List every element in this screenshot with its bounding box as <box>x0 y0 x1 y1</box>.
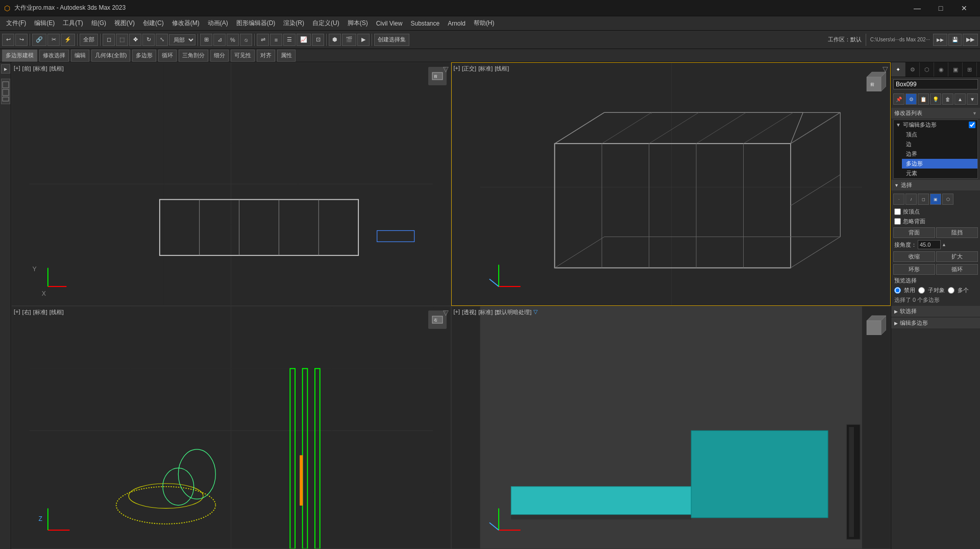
shrink-button[interactable]: 收缩 <box>893 251 935 262</box>
move-button[interactable]: ✥ <box>129 34 141 46</box>
tri-divide-button[interactable]: 三角剖分 <box>179 50 208 62</box>
modifier-editable-poly-row[interactable]: ▼ 可编辑多边形 <box>894 120 977 130</box>
grow-button[interactable]: 扩大 <box>936 251 978 262</box>
edit-button[interactable]: 编辑 <box>71 50 89 62</box>
select-button[interactable]: ◻ <box>103 34 115 46</box>
mirror-button[interactable]: ⇌ <box>257 34 269 46</box>
modify-pin-icon[interactable]: 📌 <box>893 93 904 105</box>
vp-persp-plus[interactable]: [+] <box>454 65 460 73</box>
sub-vertex[interactable]: 顶点 <box>902 130 977 139</box>
snap-button[interactable]: ⊞ <box>200 34 212 46</box>
menu-view[interactable]: 视图(V) <box>110 17 139 30</box>
vp-front-std[interactable]: [标准] <box>33 65 47 73</box>
menu-file[interactable]: 文件(F) <box>2 17 30 30</box>
vp-persp-filter[interactable]: ▽ <box>883 65 888 73</box>
select-section-header[interactable]: ▼ 选择 <box>891 180 980 190</box>
select-region-button[interactable]: ⬚ <box>116 34 128 46</box>
viewport-camera[interactable]: [+] [透视] [标准] [默认明暗处理] ▽ <box>451 306 891 550</box>
modify-bulb-icon[interactable]: 💡 <box>930 93 941 105</box>
menu-modifier[interactable]: 修改器(M) <box>168 17 204 30</box>
modifier-list-header[interactable]: 修改器列表 ▼ <box>891 108 980 118</box>
menu-help[interactable]: 帮助(H) <box>470 17 499 30</box>
poly-modeling-button[interactable]: 多边形建模 <box>2 50 37 62</box>
sub-border[interactable]: 边界 <box>902 149 977 159</box>
unlink-button[interactable]: ✂ <box>47 34 60 46</box>
menu-group[interactable]: 组(G) <box>87 17 110 30</box>
modifier-list-dropdown-arrow[interactable]: ▼ <box>972 111 977 116</box>
rp-tab-display[interactable]: ▣ <box>948 62 963 77</box>
menu-tools[interactable]: 工具(T) <box>59 17 87 30</box>
sub-edge[interactable]: 边 <box>902 139 977 149</box>
select-all-button[interactable]: 全部 <box>80 34 98 46</box>
sub-element[interactable]: 元素 <box>902 169 977 178</box>
angle-input[interactable] <box>918 240 941 249</box>
visibility-button[interactable]: 可见性 <box>231 50 255 62</box>
rp-tab-utilities[interactable]: ⊞ <box>963 62 977 77</box>
menu-customize[interactable]: 自定义(U) <box>308 17 344 30</box>
render-button[interactable]: ▶ <box>357 34 370 46</box>
sel-vertex-icon[interactable]: · <box>893 194 904 205</box>
menu-arnold[interactable]: Arnold <box>444 18 470 29</box>
soft-select-header[interactable]: ▶ 软选择 <box>891 306 980 317</box>
vp-right-std[interactable]: [标准] <box>33 308 47 316</box>
link-button[interactable]: 🔗 <box>32 34 46 46</box>
vp-cam-navcube[interactable] <box>862 311 886 335</box>
bind-button[interactable]: ⚡ <box>61 34 75 46</box>
scale-button[interactable]: ⤡ <box>156 34 168 46</box>
toolbar-expand-button[interactable]: ▶▶ <box>963 34 978 46</box>
sel-element-icon[interactable]: ⬡ <box>942 194 953 205</box>
angle-snap-button[interactable]: ⊿ <box>213 34 226 46</box>
grid-btn[interactable] <box>1 79 10 104</box>
vp-cam-shade[interactable]: [默认明暗处理] <box>495 308 531 316</box>
vp-right-filter[interactable]: ▽ <box>443 308 449 317</box>
loop-button[interactable]: 循环 <box>158 50 177 62</box>
align-tb-button[interactable]: 对齐 <box>257 50 275 62</box>
vp-cam-filter-icon[interactable]: ▽ <box>533 308 537 316</box>
viewport-perspective[interactable]: [+] [正交] [标准] [线框] ▽ <box>451 62 891 306</box>
ignore-backface-check[interactable] <box>894 218 901 225</box>
preview-multi-radio[interactable] <box>948 287 954 294</box>
vp-cam-view[interactable]: [透视] <box>462 308 476 316</box>
sel-poly-icon[interactable]: ▣ <box>930 194 941 205</box>
viewport-right[interactable]: [+] [右] [标准] [线框] ▽ <box>11 306 451 550</box>
reference-dropdown[interactable]: 局部 世界 <box>169 34 195 45</box>
angle-up-arrow[interactable]: ▲ <box>942 242 946 247</box>
schematic-button[interactable]: ⊡ <box>312 34 324 46</box>
ring-button[interactable]: 环形 <box>893 264 935 275</box>
menu-graph-editor[interactable]: 图形编辑器(D) <box>232 17 280 30</box>
material-editor-button[interactable]: ⬢ <box>329 34 341 46</box>
preview-subobj-radio[interactable] <box>918 287 925 294</box>
loop-button[interactable]: 循环 <box>936 264 978 275</box>
sub-polygon[interactable]: 多边形 <box>902 159 977 169</box>
undo-button[interactable]: ↩ <box>2 34 14 46</box>
modify-active-icon[interactable]: ⚙ <box>905 93 917 105</box>
vp-persp-std[interactable]: [标准] <box>478 65 493 73</box>
maximize-button[interactable]: □ <box>929 0 952 16</box>
vp-right-view[interactable]: [右] <box>22 308 31 316</box>
modifier-expand-arrow[interactable]: ▼ <box>896 122 901 128</box>
close-button[interactable]: ✕ <box>952 0 976 16</box>
modify-move-down-icon[interactable]: ▼ <box>967 93 978 105</box>
menu-edit[interactable]: 编辑(E) <box>30 17 59 30</box>
modify-move-up-icon[interactable]: ▲ <box>954 93 966 105</box>
rotate-button[interactable]: ↻ <box>142 34 155 46</box>
menu-create[interactable]: 创建(C) <box>139 17 168 30</box>
path-expand-button[interactable]: ▶▶ <box>933 34 947 46</box>
occluded-button[interactable]: 阻挡 <box>936 227 978 238</box>
vp-front-wire[interactable]: [线框] <box>50 65 64 73</box>
modifier-visibility-check[interactable] <box>969 122 975 128</box>
menu-script[interactable]: 脚本(S) <box>344 17 372 30</box>
vp-right-wire[interactable]: [线框] <box>50 308 64 316</box>
vp-front-view[interactable]: [前] <box>22 65 31 73</box>
sel-border-icon[interactable]: ◻ <box>918 194 929 205</box>
polygon-button[interactable]: 多边形 <box>132 50 156 62</box>
save-quick-button[interactable]: 💾 <box>948 34 962 46</box>
render-setup-button[interactable]: 🎬 <box>342 34 356 46</box>
curve-editor-button[interactable]: 📈 <box>297 34 311 46</box>
redo-button[interactable]: ↪ <box>15 34 28 46</box>
object-name-input[interactable] <box>893 79 978 89</box>
vp-cam-std[interactable]: [标准] <box>478 308 493 316</box>
edit-poly-header[interactable]: ▶ 编辑多边形 <box>891 318 980 328</box>
modify-stack-icon[interactable]: 📋 <box>918 93 929 105</box>
rp-tab-create[interactable]: ✦ <box>891 62 905 77</box>
